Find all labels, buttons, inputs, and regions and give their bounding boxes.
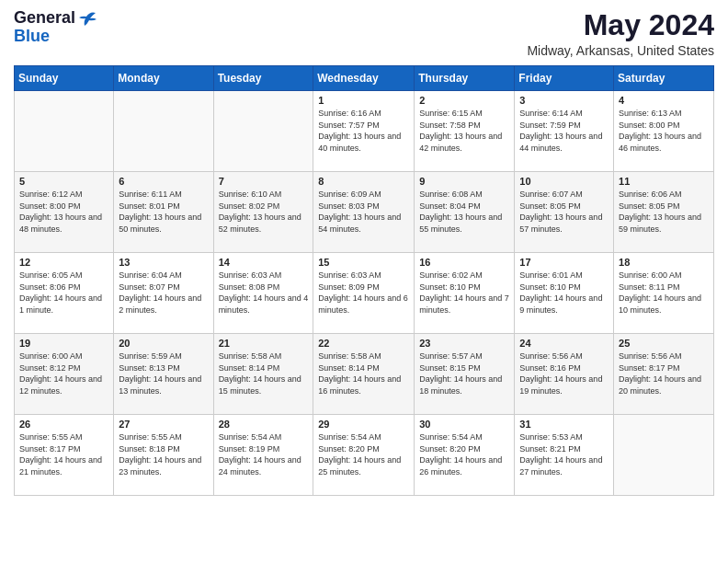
cell-content: Sunrise: 6:13 AM Sunset: 8:00 PM Dayligh…	[619, 108, 709, 154]
calendar-header-row: SundayMondayTuesdayWednesdayThursdayFrid…	[15, 66, 714, 91]
calendar-cell: 6Sunrise: 6:11 AM Sunset: 8:01 PM Daylig…	[114, 172, 213, 253]
calendar-cell: 18Sunrise: 6:00 AM Sunset: 8:11 PM Dayli…	[614, 253, 714, 334]
calendar-cell: 9Sunrise: 6:08 AM Sunset: 8:04 PM Daylig…	[415, 172, 515, 253]
cell-content: Sunrise: 5:58 AM Sunset: 8:14 PM Dayligh…	[219, 350, 309, 396]
calendar-cell: 22Sunrise: 5:58 AM Sunset: 8:14 PM Dayli…	[313, 334, 415, 415]
calendar-cell: 8Sunrise: 6:09 AM Sunset: 8:03 PM Daylig…	[313, 172, 415, 253]
cell-content: Sunrise: 6:09 AM Sunset: 8:03 PM Dayligh…	[318, 189, 409, 235]
cell-content: Sunrise: 5:59 AM Sunset: 8:13 PM Dayligh…	[119, 350, 208, 396]
cell-content: Sunrise: 5:57 AM Sunset: 8:15 PM Dayligh…	[419, 350, 509, 396]
cell-content: Sunrise: 5:56 AM Sunset: 8:16 PM Dayligh…	[519, 350, 609, 396]
day-number: 10	[519, 176, 609, 187]
calendar-cell: 31Sunrise: 5:53 AM Sunset: 8:21 PM Dayli…	[515, 415, 614, 496]
calendar-cell: 15Sunrise: 6:03 AM Sunset: 8:09 PM Dayli…	[313, 253, 415, 334]
day-number: 11	[619, 176, 709, 187]
calendar-cell: 21Sunrise: 5:58 AM Sunset: 8:14 PM Dayli…	[213, 334, 313, 415]
cell-content: Sunrise: 6:03 AM Sunset: 8:08 PM Dayligh…	[219, 270, 309, 316]
calendar-cell: 7Sunrise: 6:10 AM Sunset: 8:02 PM Daylig…	[213, 172, 313, 253]
calendar-cell: 29Sunrise: 5:54 AM Sunset: 8:20 PM Dayli…	[313, 415, 415, 496]
title-area: May 2024 Midway, Arkansas, United States	[527, 9, 714, 58]
cell-content: Sunrise: 6:11 AM Sunset: 8:01 PM Dayligh…	[119, 189, 208, 235]
calendar-week-row: 19Sunrise: 6:00 AM Sunset: 8:12 PM Dayli…	[15, 334, 714, 415]
calendar-cell: 20Sunrise: 5:59 AM Sunset: 8:13 PM Dayli…	[114, 334, 213, 415]
cell-content: Sunrise: 5:53 AM Sunset: 8:21 PM Dayligh…	[519, 431, 609, 477]
day-number: 8	[318, 176, 409, 187]
day-number: 17	[519, 257, 609, 268]
calendar-cell	[614, 415, 714, 496]
day-number: 7	[219, 176, 309, 187]
day-number: 22	[318, 338, 409, 349]
cell-content: Sunrise: 6:03 AM Sunset: 8:09 PM Dayligh…	[318, 270, 409, 316]
calendar-cell	[213, 91, 313, 172]
day-of-week-header: Friday	[515, 66, 614, 91]
day-number: 27	[119, 419, 208, 430]
cell-content: Sunrise: 6:07 AM Sunset: 8:05 PM Dayligh…	[519, 189, 609, 235]
day-number: 15	[318, 257, 409, 268]
calendar-cell: 13Sunrise: 6:04 AM Sunset: 8:07 PM Dayli…	[114, 253, 213, 334]
cell-content: Sunrise: 6:15 AM Sunset: 7:58 PM Dayligh…	[419, 108, 509, 154]
cell-content: Sunrise: 5:55 AM Sunset: 8:17 PM Dayligh…	[19, 431, 108, 477]
calendar-cell: 12Sunrise: 6:05 AM Sunset: 8:06 PM Dayli…	[15, 253, 114, 334]
day-number: 29	[318, 419, 409, 430]
day-number: 21	[219, 338, 309, 349]
calendar-week-row: 5Sunrise: 6:12 AM Sunset: 8:00 PM Daylig…	[15, 172, 714, 253]
cell-content: Sunrise: 6:14 AM Sunset: 7:59 PM Dayligh…	[519, 108, 609, 154]
calendar-cell: 4Sunrise: 6:13 AM Sunset: 8:00 PM Daylig…	[614, 91, 714, 172]
day-number: 3	[519, 95, 609, 106]
day-number: 26	[19, 419, 108, 430]
location: Midway, Arkansas, United States	[527, 43, 714, 58]
day-number: 19	[19, 338, 108, 349]
calendar-week-row: 12Sunrise: 6:05 AM Sunset: 8:06 PM Dayli…	[15, 253, 714, 334]
logo-bird-icon	[77, 9, 97, 28]
cell-content: Sunrise: 5:56 AM Sunset: 8:17 PM Dayligh…	[619, 350, 709, 396]
calendar-cell: 11Sunrise: 6:06 AM Sunset: 8:05 PM Dayli…	[614, 172, 714, 253]
day-number: 1	[318, 95, 409, 106]
cell-content: Sunrise: 6:04 AM Sunset: 8:07 PM Dayligh…	[119, 270, 208, 316]
day-number: 18	[619, 257, 709, 268]
day-of-week-header: Thursday	[415, 66, 515, 91]
cell-content: Sunrise: 5:58 AM Sunset: 8:14 PM Dayligh…	[318, 350, 409, 396]
cell-content: Sunrise: 6:00 AM Sunset: 8:12 PM Dayligh…	[19, 350, 108, 396]
day-number: 4	[619, 95, 709, 106]
logo-general: General	[14, 9, 75, 28]
day-number: 14	[219, 257, 309, 268]
calendar: SundayMondayTuesdayWednesdayThursdayFrid…	[14, 65, 714, 496]
calendar-cell: 10Sunrise: 6:07 AM Sunset: 8:05 PM Dayli…	[515, 172, 614, 253]
day-number: 20	[119, 338, 208, 349]
calendar-cell: 17Sunrise: 6:01 AM Sunset: 8:10 PM Dayli…	[515, 253, 614, 334]
day-number: 12	[19, 257, 108, 268]
calendar-cell: 2Sunrise: 6:15 AM Sunset: 7:58 PM Daylig…	[415, 91, 515, 172]
day-number: 6	[119, 176, 208, 187]
calendar-cell	[15, 91, 114, 172]
calendar-cell: 19Sunrise: 6:00 AM Sunset: 8:12 PM Dayli…	[15, 334, 114, 415]
calendar-cell: 28Sunrise: 5:54 AM Sunset: 8:19 PM Dayli…	[213, 415, 313, 496]
logo: General Blue	[14, 9, 97, 46]
calendar-cell: 1Sunrise: 6:16 AM Sunset: 7:57 PM Daylig…	[313, 91, 415, 172]
cell-content: Sunrise: 6:16 AM Sunset: 7:57 PM Dayligh…	[318, 108, 409, 154]
cell-content: Sunrise: 5:55 AM Sunset: 8:18 PM Dayligh…	[119, 431, 208, 477]
day-of-week-header: Saturday	[614, 66, 714, 91]
day-number: 28	[219, 419, 309, 430]
calendar-cell: 16Sunrise: 6:02 AM Sunset: 8:10 PM Dayli…	[415, 253, 515, 334]
cell-content: Sunrise: 6:05 AM Sunset: 8:06 PM Dayligh…	[19, 270, 108, 316]
day-of-week-header: Tuesday	[213, 66, 313, 91]
cell-content: Sunrise: 6:08 AM Sunset: 8:04 PM Dayligh…	[419, 189, 509, 235]
cell-content: Sunrise: 5:54 AM Sunset: 8:20 PM Dayligh…	[419, 431, 509, 477]
logo-blue: Blue	[14, 28, 50, 46]
header: General Blue May 2024 Midway, Arkansas, …	[14, 9, 714, 58]
calendar-cell: 14Sunrise: 6:03 AM Sunset: 8:08 PM Dayli…	[213, 253, 313, 334]
day-number: 23	[419, 338, 509, 349]
calendar-week-row: 1Sunrise: 6:16 AM Sunset: 7:57 PM Daylig…	[15, 91, 714, 172]
day-number: 13	[119, 257, 208, 268]
calendar-week-row: 26Sunrise: 5:55 AM Sunset: 8:17 PM Dayli…	[15, 415, 714, 496]
cell-content: Sunrise: 6:00 AM Sunset: 8:11 PM Dayligh…	[619, 270, 709, 316]
day-of-week-header: Wednesday	[313, 66, 415, 91]
cell-content: Sunrise: 6:06 AM Sunset: 8:05 PM Dayligh…	[619, 189, 709, 235]
calendar-cell: 30Sunrise: 5:54 AM Sunset: 8:20 PM Dayli…	[415, 415, 515, 496]
day-number: 25	[619, 338, 709, 349]
day-number: 16	[419, 257, 509, 268]
cell-content: Sunrise: 6:12 AM Sunset: 8:00 PM Dayligh…	[19, 189, 108, 235]
day-of-week-header: Sunday	[15, 66, 114, 91]
calendar-cell: 25Sunrise: 5:56 AM Sunset: 8:17 PM Dayli…	[614, 334, 714, 415]
day-number: 31	[519, 419, 609, 430]
